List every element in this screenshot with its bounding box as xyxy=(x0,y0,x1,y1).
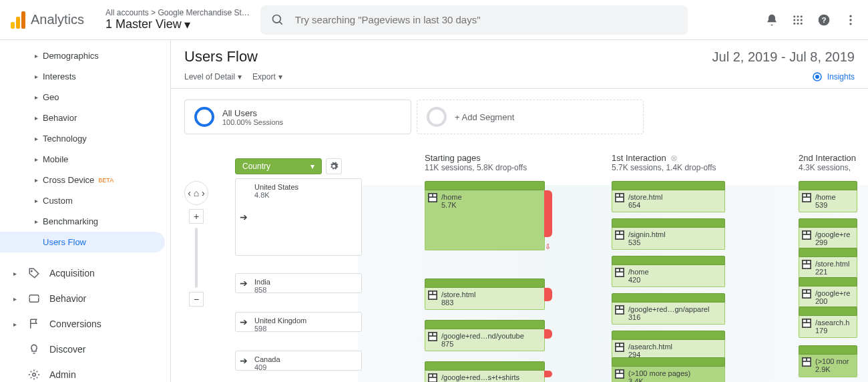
gear-icon xyxy=(28,369,40,381)
svg-point-8 xyxy=(793,22,795,24)
flow-page-node[interactable]: /google+red…gn/apparel316 xyxy=(612,293,725,325)
svg-rect-36 xyxy=(429,378,437,381)
svg-point-6 xyxy=(797,19,799,21)
close-icon[interactable]: ⊗ xyxy=(670,153,678,163)
page-icon xyxy=(615,369,624,379)
flow-page-node[interactable]: /store.html221 xyxy=(799,248,857,279)
sidebar-section-acquisition[interactable]: ▸Acquisition xyxy=(0,260,170,286)
export-dropdown[interactable]: Export▾ xyxy=(252,72,282,81)
flow-page-node[interactable]: /home5.7K⇩ xyxy=(425,181,545,250)
flow-source-node[interactable]: ➔United Kingdom598 xyxy=(235,312,362,332)
segment-color-icon xyxy=(194,107,214,127)
flow-page-node[interactable]: (>100 more pages)3.4K xyxy=(612,357,725,382)
sidebar-item-label: Users Flow xyxy=(43,237,86,247)
pan-home-button[interactable]: ‹ ⌂ › xyxy=(184,181,208,205)
flow-page-node[interactable]: /asearch.h179 xyxy=(799,307,857,338)
caret-right-icon: ▸ xyxy=(35,73,38,80)
svg-line-1 xyxy=(279,21,282,24)
svg-rect-55 xyxy=(620,344,623,347)
settings-button[interactable] xyxy=(326,158,342,174)
svg-rect-31 xyxy=(433,333,436,336)
flow-page-node[interactable]: (>100 mor2.9K xyxy=(799,345,857,377)
page-icon xyxy=(428,332,437,341)
sidebar-section-behavior[interactable]: ▸Behavior xyxy=(0,286,170,311)
flow-source-node[interactable]: ➔India858 xyxy=(235,273,362,293)
flow-page-node[interactable]: /signin.html535 xyxy=(612,218,725,250)
users-flow-canvas[interactable]: Country▾ ‹ ⌂ › + − Starting pages11K ses… xyxy=(171,145,868,382)
flow-page-node[interactable]: /google+red…s+t+shirts698 xyxy=(425,361,545,382)
sidebar: ▸Demographics▸Interests▸Geo▸Behavior▸Tec… xyxy=(0,40,171,382)
svg-rect-71 xyxy=(807,261,810,264)
sidebar-item-benchmarking[interactable]: ▸Benchmarking xyxy=(0,211,170,232)
svg-rect-59 xyxy=(620,371,623,373)
sidebar-item-label: Cross Device xyxy=(43,175,94,185)
page-icon xyxy=(615,305,624,315)
property-selector[interactable]: All accounts > Google Merchandise St… 1 … xyxy=(105,8,250,32)
segment-all-users[interactable]: All Users100.00% Sessions xyxy=(184,100,411,134)
sidebar-item-label: Benchmarking xyxy=(43,216,98,226)
sidebar-item-custom[interactable]: ▸Custom xyxy=(0,190,170,211)
flow-page-node[interactable]: /google+re200 xyxy=(799,277,857,309)
add-segment-button[interactable]: + Add Segment xyxy=(417,100,644,134)
search-bar[interactable] xyxy=(260,5,688,35)
flow-page-node[interactable]: /google+red…nd/youtube875 xyxy=(425,320,545,351)
svg-rect-22 xyxy=(429,194,432,197)
level-of-detail-dropdown[interactable]: Level of Detail▾ xyxy=(184,72,242,81)
flag-icon xyxy=(28,318,40,330)
flow-page-node[interactable]: /home539 xyxy=(799,181,857,212)
page-icon xyxy=(615,230,624,240)
sidebar-section-discover[interactable]: Discover xyxy=(0,337,170,362)
svg-rect-42 xyxy=(616,232,619,234)
zoom-out-button[interactable]: − xyxy=(189,292,204,307)
page-icon xyxy=(802,230,811,240)
arrow-right-icon: ➔ xyxy=(240,212,248,222)
more-icon[interactable] xyxy=(844,13,857,27)
sidebar-item-cross-device[interactable]: ▸Cross Device xyxy=(0,170,170,190)
sidebar-section-admin[interactable]: Admin xyxy=(0,362,170,382)
date-range[interactable]: Jul 2, 2019 - Jul 8, 2019 xyxy=(712,49,855,65)
top-bar: Analytics All accounts > Google Merchand… xyxy=(0,0,868,40)
content: Users Flow Jul 2, 2019 - Jul 8, 2019 Lev… xyxy=(171,40,868,382)
logo[interactable]: Analytics xyxy=(11,11,84,29)
dropoff-indicator xyxy=(544,190,552,237)
sidebar-item-behavior[interactable]: ▸Behavior xyxy=(0,108,170,128)
zoom-slider[interactable] xyxy=(195,228,198,288)
flow-page-node[interactable]: /google+re299 xyxy=(799,218,857,250)
sidebar-item-label: Mobile xyxy=(43,154,68,164)
svg-rect-51 xyxy=(620,307,623,309)
segment-placeholder-icon xyxy=(427,107,447,127)
dropoff-indicator xyxy=(544,288,552,301)
insights-button[interactable]: Insights xyxy=(811,71,855,83)
sidebar-item-label: Custom xyxy=(43,196,73,206)
help-icon[interactable]: ? xyxy=(817,13,831,27)
dimension-dropdown[interactable]: Country▾ xyxy=(235,158,322,174)
svg-rect-83 xyxy=(807,359,810,361)
sidebar-item-geo[interactable]: ▸Geo xyxy=(0,87,170,108)
caret-right-icon: ▸ xyxy=(13,270,19,277)
flow-page-node[interactable]: /home420 xyxy=(612,256,725,287)
svg-rect-54 xyxy=(616,344,619,347)
sidebar-item-demographics[interactable]: ▸Demographics xyxy=(0,45,170,66)
sidebar-item-users-flow[interactable]: Users Flow xyxy=(0,232,165,252)
zoom-in-button[interactable]: + xyxy=(189,209,204,224)
svg-text:?: ? xyxy=(821,15,826,24)
tag-icon xyxy=(28,267,40,279)
flow-source-node[interactable]: ➔Canada409 xyxy=(235,351,362,371)
search-input[interactable] xyxy=(295,14,677,25)
apps-icon[interactable] xyxy=(792,14,804,26)
sidebar-section-conversions[interactable]: ▸Conversions xyxy=(0,311,170,337)
svg-rect-58 xyxy=(616,371,619,373)
flow-page-node[interactable]: /store.html883 xyxy=(425,278,545,310)
bell-icon[interactable] xyxy=(765,13,779,27)
svg-point-14 xyxy=(849,19,851,21)
flow-page-node[interactable]: /store.html654 xyxy=(612,181,725,212)
flow-source-node[interactable]: ➔United States4.8K xyxy=(235,178,362,256)
gear-icon xyxy=(329,162,339,171)
sidebar-item-interests[interactable]: ▸Interests xyxy=(0,66,170,87)
dropoff-indicator xyxy=(544,371,552,377)
page-icon xyxy=(615,193,624,202)
sidebar-item-technology[interactable]: ▸Technology xyxy=(0,128,170,149)
svg-point-10 xyxy=(801,22,803,24)
sidebar-item-mobile[interactable]: ▸Mobile xyxy=(0,149,170,170)
flow-pan-zoom-controls: ‹ ⌂ › + − xyxy=(184,181,208,307)
